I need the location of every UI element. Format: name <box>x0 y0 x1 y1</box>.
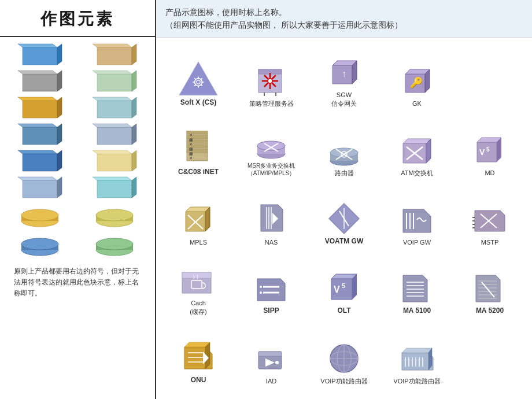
svg-marker-11 <box>132 71 136 91</box>
icon-mpls: MPLS <box>163 182 234 249</box>
svg-marker-33 <box>97 180 132 198</box>
svg-marker-28 <box>93 150 132 154</box>
icon-iad: IAD <box>236 320 306 387</box>
svg-marker-2 <box>57 44 62 65</box>
icon-voip-router: VOIP功能路由器 <box>309 320 379 387</box>
md-label: MD <box>485 169 494 177</box>
svg-text:✕: ✕ <box>189 142 193 146</box>
svg-text:↑: ↑ <box>342 69 346 79</box>
svg-marker-4 <box>93 44 132 47</box>
icon-router: 路由器 <box>309 112 379 179</box>
svg-marker-31 <box>18 177 57 180</box>
color-block-7 <box>5 123 76 146</box>
icon-softx: Soft X (CS) <box>163 43 234 110</box>
svg-marker-14 <box>57 97 62 118</box>
color-block-6 <box>79 96 150 119</box>
icon-gk: 🔑 GK <box>382 43 452 110</box>
svg-marker-29 <box>132 150 136 171</box>
svg-text:V: V <box>479 147 485 157</box>
svg-marker-115 <box>261 205 283 231</box>
icon-voatm: VOATM GW <box>309 182 379 249</box>
color-block-11 <box>5 176 76 199</box>
ma5200-label: MA 5200 <box>476 306 504 316</box>
cc08-label: C&C08 iNET <box>178 168 219 177</box>
svg-marker-7 <box>18 71 57 74</box>
svg-text:5: 5 <box>486 146 490 153</box>
color-block-14 <box>79 202 150 228</box>
svg-text:✕: ✕ <box>189 133 193 137</box>
svg-marker-18 <box>23 127 57 145</box>
gk-label: GK <box>412 99 422 108</box>
color-block-1 <box>5 43 76 66</box>
title-area: 作图元素 <box>0 0 155 37</box>
svg-point-91 <box>257 141 285 150</box>
svg-point-141 <box>260 286 262 288</box>
svg-marker-21 <box>97 127 132 145</box>
color-block-4 <box>79 69 150 93</box>
svg-marker-22 <box>93 124 132 127</box>
olt-label: OLT <box>337 306 350 316</box>
cach-label: Cach(缓存) <box>190 299 206 316</box>
svg-marker-30 <box>23 180 57 198</box>
svg-point-96 <box>330 148 358 157</box>
mpls-label: MPLS <box>190 238 207 246</box>
color-block-10 <box>79 149 150 172</box>
icon-md: V 5 MD <box>455 112 525 179</box>
svg-point-142 <box>260 291 262 294</box>
icon-ma5200: MA 5200 <box>455 251 525 318</box>
icon-mstp: MSTP <box>455 182 525 249</box>
svg-marker-25 <box>18 150 57 154</box>
svg-text:▦: ▦ <box>189 152 193 156</box>
svg-marker-10 <box>93 71 132 74</box>
icon-sipp: SIPP <box>236 251 306 318</box>
svg-marker-128 <box>475 210 505 231</box>
svg-marker-19 <box>18 124 57 127</box>
color-blocks-area: 原则上产品都要用右边的符号，但对于无法用符号表达的就用此色块示意，标上名称即可。 <box>0 37 155 399</box>
icons-grid: Soft X (CS) <box>156 38 532 399</box>
svg-marker-3 <box>97 47 132 65</box>
svg-rect-136 <box>182 272 211 278</box>
svg-marker-16 <box>93 97 132 101</box>
left-panel: 作图元素 <box>0 0 156 399</box>
svg-marker-27 <box>97 154 132 171</box>
svg-marker-124 <box>403 209 431 232</box>
svg-marker-179 <box>402 348 432 353</box>
voip-gw-label: VOIP GW <box>403 238 431 246</box>
icon-voip-gw: VOIP GW <box>382 182 452 249</box>
header-line1: 产品示意图标，使用时标上名称。 <box>165 6 523 19</box>
svg-point-172 <box>275 361 279 364</box>
svg-marker-15 <box>97 101 132 118</box>
svg-marker-112 <box>205 207 210 231</box>
icon-lan-switch: VOIP功能路由器 <box>382 320 452 387</box>
softx-label: Soft X (CS) <box>180 98 217 108</box>
color-block-5 <box>5 96 76 119</box>
icon-policy-server: 策略管理服务器 <box>236 43 306 110</box>
svg-marker-6 <box>23 74 57 91</box>
onu-label: ONU <box>191 376 206 385</box>
svg-marker-23 <box>132 124 136 145</box>
color-block-13 <box>5 202 76 228</box>
icon-empty5 <box>163 390 234 394</box>
svg-marker-26 <box>57 150 62 171</box>
left-note: 原则上产品都要用右边的符号，但对于无法用符号表达的就用此色块示意，标上名称即可。 <box>5 260 150 305</box>
icon-onu: ONU <box>163 320 234 387</box>
icon-empty4 <box>455 320 525 387</box>
svg-point-41 <box>96 209 133 221</box>
icon-olt: V 5 OLT <box>309 251 379 318</box>
icon-ma5100: MA 5100 <box>382 251 452 318</box>
svg-marker-1 <box>18 44 57 47</box>
svg-marker-9 <box>97 74 132 91</box>
policy-server-label: 策略管理服务器 <box>249 99 294 108</box>
icon-msr: MSR多业务交换机（ATM/IP/MPLS） <box>236 112 306 179</box>
svg-marker-24 <box>23 154 57 171</box>
svg-marker-138 <box>257 279 285 301</box>
icon-cach: Cach(缓存) <box>163 251 234 318</box>
color-block-16 <box>79 231 150 257</box>
router-label: 路由器 <box>335 169 354 177</box>
voatm-label: VOATM GW <box>325 237 363 246</box>
mstp-label: MSTP <box>481 238 499 246</box>
svg-text:🔑: 🔑 <box>410 76 423 89</box>
svg-marker-34 <box>93 177 132 180</box>
svg-point-38 <box>21 209 58 221</box>
right-header: 产品示意图标，使用时标上名称。 （组网图不能使用产品实物图， 所以大家要善于运用… <box>156 0 532 38</box>
